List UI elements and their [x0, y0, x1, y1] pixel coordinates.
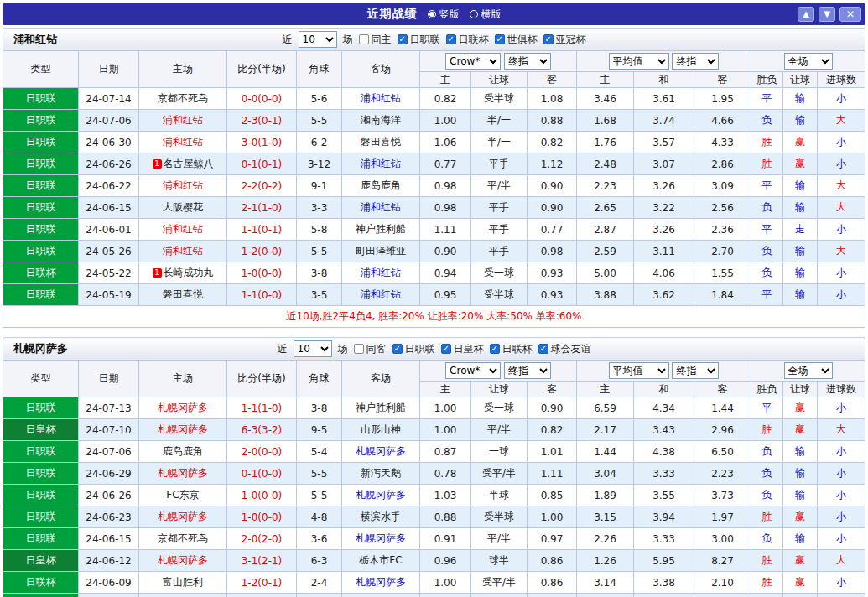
handicap-home-odds-text: 1.03 — [434, 490, 457, 501]
goals-result-cell: 小 — [818, 441, 865, 463]
away-team-cell[interactable]: 札幌冈萨多 — [342, 485, 420, 506]
league-checkbox-jleaguecup[interactable]: 日联杯 — [446, 33, 489, 47]
home-team-cell[interactable]: 札幌冈萨多 — [139, 550, 227, 572]
match-date-text: 24-06-22 — [86, 180, 131, 192]
handicap-result-text: 输 — [795, 267, 805, 278]
away-team-cell[interactable]: 浦和红钻 — [342, 284, 420, 306]
away-team-cell[interactable]: 新泻天鹅 — [342, 463, 420, 485]
home-team-cell[interactable]: 札幌冈萨多 — [139, 419, 227, 441]
corner-score-text: 6-2 — [311, 137, 328, 148]
away-team-cell[interactable]: 浦和红钻 — [342, 262, 420, 284]
same-home-label: 同主 — [372, 33, 392, 47]
away-team-cell[interactable]: 栃木市FC — [342, 550, 420, 572]
home-team-cell[interactable]: 札幌冈萨多 — [139, 397, 227, 419]
home-team-cell[interactable]: 浦和红钻 — [139, 241, 227, 262]
checkbox-icon — [538, 344, 548, 354]
score-text: 1-1(1-0) — [242, 402, 283, 414]
home-team-cell[interactable]: 鹿岛鹿角 — [139, 441, 227, 463]
match-count-select[interactable]: 10 — [299, 31, 337, 48]
home-team-cell[interactable]: 浦和红钻 — [139, 219, 227, 241]
avg-period-select[interactable]: 终指 — [672, 53, 719, 70]
scope-select[interactable]: 全场 — [784, 53, 833, 70]
col-header-corner: 角球 — [297, 361, 342, 397]
home-team-cell[interactable]: 1名古屋鲸八 — [139, 153, 227, 175]
match-count-select[interactable]: 10 — [294, 340, 332, 357]
avg-source-select[interactable]: 平均值 — [609, 362, 669, 379]
away-team-cell[interactable]: 富山胜利 — [342, 594, 420, 597]
odds-period-select[interactable]: 终指 — [504, 362, 551, 379]
col-header-date: 日期 — [79, 51, 139, 88]
handicap-away-odds-cell: 0.85 — [528, 485, 577, 506]
away-team-cell[interactable]: 神户胜利船 — [342, 219, 420, 241]
away-team-cell[interactable]: 浦和红钻 — [342, 197, 420, 219]
scope-select[interactable]: 全场 — [784, 362, 833, 379]
avg-draw-odds-cell: 3.26 — [634, 175, 694, 197]
home-team-cell[interactable]: 大阪樱花 — [139, 197, 227, 219]
odds-period-select[interactable]: 终指 — [504, 53, 551, 70]
away-team-cell[interactable]: 札幌冈萨多 — [342, 572, 420, 594]
same-away-checkbox[interactable]: 同客 — [354, 342, 387, 356]
home-team-cell[interactable]: 京都不死鸟 — [139, 88, 227, 110]
match-result-cell: 负 — [751, 197, 783, 219]
away-team-cell[interactable]: 鹿岛鹿角 — [342, 175, 420, 197]
league-checkbox-clubworldcup[interactable]: 世俱杯 — [495, 33, 538, 47]
away-team-cell[interactable]: 札幌冈萨多 — [342, 528, 420, 550]
home-team-text: FC东京 — [166, 489, 199, 501]
handicap-line-cell: 平手 — [471, 219, 528, 241]
league-checkbox-acl[interactable]: 亚冠杯 — [543, 33, 586, 47]
handicap-home-odds-text: 1.11 — [434, 224, 457, 236]
home-team-cell[interactable]: 磐田喜悦 — [139, 284, 227, 306]
away-team-cell[interactable]: 神户胜利船 — [342, 397, 420, 419]
away-team-cell[interactable]: 浦和红钻 — [342, 153, 420, 175]
avg-period-select[interactable]: 终指 — [672, 362, 719, 379]
layout-vertical-radio[interactable]: 竖版 — [428, 8, 460, 22]
away-team-cell[interactable]: 浦和红钻 — [342, 88, 420, 110]
league-checkbox-jleaguecup[interactable]: 日联杯 — [490, 342, 533, 356]
goals-result-text: 大 — [836, 179, 846, 191]
away-team-cell[interactable]: 湘南海洋 — [342, 110, 420, 132]
col-header-goals: 进球数 — [818, 382, 865, 397]
odds-company-select[interactable]: Crow* — [445, 53, 501, 70]
match-row: 日职联24-05-19磐田喜悦1-1(0-0)3-5浦和红钻0.95受半球0.9… — [3, 284, 865, 306]
away-team-cell[interactable]: 町田泽维亚 — [342, 241, 420, 262]
home-team-text: 札幌冈萨多 — [158, 554, 208, 566]
handicap-line-cell: 受平/半 — [471, 572, 528, 594]
handicap-line-cell: 半/一 — [471, 110, 528, 132]
handicap-home-odds-text: 0.78 — [434, 468, 457, 480]
home-team-cell[interactable]: 札幌冈萨多 — [139, 463, 227, 485]
away-team-cell[interactable]: 横滨水手 — [342, 506, 420, 528]
same-home-checkbox[interactable]: 同主 — [359, 33, 392, 47]
handicap-away-odds-cell: 0.90 — [528, 397, 577, 419]
league-type-text: 日职联 — [26, 201, 56, 213]
match-result-cell: 胜 — [751, 506, 783, 528]
home-team-cell[interactable]: FC东京 — [139, 485, 227, 506]
home-team-cell[interactable]: 京都不死鸟 — [139, 528, 227, 550]
col-header-date: 日期 — [79, 361, 139, 397]
layout-horizontal-radio[interactable]: 横版 — [470, 8, 502, 22]
home-team-cell[interactable]: 札幌冈萨多 — [139, 506, 227, 528]
corner-score-cell: 5-5 — [297, 463, 342, 485]
odds-company-select[interactable]: Crow* — [445, 362, 501, 379]
avg-draw-odds-text: 3.94 — [652, 511, 675, 523]
home-team-cell[interactable]: 1长崎成功丸 — [139, 262, 227, 284]
home-team-cell[interactable]: 浦和红钻 — [139, 132, 227, 153]
close-button[interactable]: ✕ — [839, 7, 861, 22]
move-up-button[interactable]: ▲ — [798, 7, 814, 22]
league-checkbox-jleague[interactable]: 日职联 — [392, 342, 435, 356]
avg-source-select[interactable]: 平均值 — [609, 53, 669, 70]
league-checkbox-friendly[interactable]: 球会友谊 — [538, 342, 591, 356]
avg-draw-odds-text: 3.07 — [652, 158, 675, 170]
away-team-cell[interactable]: 磐田喜悦 — [342, 132, 420, 153]
league-checkbox-jleague[interactable]: 日职联 — [398, 33, 440, 47]
home-team-cell[interactable]: 浦和红钻 — [139, 110, 227, 132]
away-team-cell[interactable]: 札幌冈萨多 — [342, 441, 420, 463]
league-checkbox-emperorscup[interactable]: 日皇杯 — [441, 342, 484, 356]
handicap-line-text: 一球 — [489, 445, 509, 457]
odds-selects-cell: Crow* 终指 — [420, 51, 577, 72]
move-down-button[interactable]: ▼ — [819, 7, 835, 22]
home-team-cell[interactable]: 札幌冈萨多 — [139, 594, 227, 597]
home-team-cell[interactable]: 富山胜利 — [139, 572, 227, 594]
away-team-cell[interactable]: 山形山神 — [342, 419, 420, 441]
handicap-result-cell: 输 — [783, 463, 818, 485]
home-team-cell[interactable]: 浦和红钻 — [139, 175, 227, 197]
